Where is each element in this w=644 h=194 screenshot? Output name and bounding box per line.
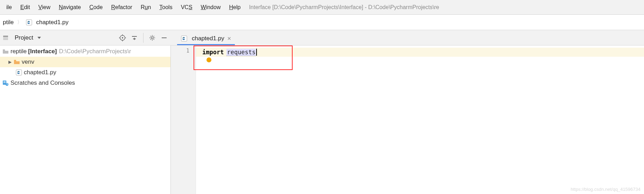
tree-root[interactable]: reptile [Interface] D:\Code\PycharmProje… bbox=[0, 46, 170, 57]
menu-edit[interactable]: Edit bbox=[16, 3, 34, 12]
code-editor[interactable]: 1 import requests bbox=[171, 46, 644, 194]
svg-point-29 bbox=[18, 71, 18, 72]
editor-tabs: chapted1.py ✕ bbox=[171, 30, 235, 45]
python-file-icon bbox=[181, 35, 188, 42]
close-icon[interactable]: ✕ bbox=[227, 36, 231, 41]
tab-label: chapted1.py bbox=[192, 35, 224, 42]
code-area[interactable]: import requests bbox=[196, 46, 644, 194]
tab-chapted1[interactable]: chapted1.py ✕ bbox=[177, 33, 235, 45]
separator bbox=[143, 33, 144, 43]
folder-icon bbox=[2, 49, 9, 54]
intention-bulb-icon[interactable] bbox=[206, 57, 211, 62]
tree-label: venv bbox=[22, 58, 34, 65]
menu-help[interactable]: Help bbox=[225, 3, 245, 12]
svg-rect-24 bbox=[181, 36, 187, 41]
tool-row: Project chapted1.py ✕ bbox=[0, 30, 644, 46]
svg-rect-27 bbox=[14, 60, 16, 61]
menubar: ile Edit View Navigate Code Refactor Run… bbox=[0, 0, 644, 15]
svg-point-25 bbox=[183, 37, 183, 38]
menu-window[interactable]: Window bbox=[197, 3, 225, 12]
svg-rect-3 bbox=[3, 37, 8, 39]
menu-code[interactable]: Code bbox=[85, 3, 107, 12]
menu-file[interactable]: ile bbox=[2, 3, 16, 12]
svg-line-19 bbox=[150, 36, 151, 36]
svg-rect-0 bbox=[26, 20, 32, 25]
tree-venv[interactable]: ▶ venv bbox=[0, 57, 170, 67]
gear-icon[interactable] bbox=[148, 33, 157, 42]
svg-rect-32 bbox=[4, 82, 6, 83]
svg-line-21 bbox=[150, 39, 151, 40]
code-line-1[interactable]: import requests bbox=[196, 48, 644, 57]
menu-tools[interactable]: Tools bbox=[155, 3, 176, 12]
project-tool-header: Project bbox=[0, 30, 171, 45]
breadcrumb-item-folder[interactable]: ptile bbox=[1, 18, 15, 27]
tree-root-qualifier: [Interface] bbox=[28, 48, 57, 55]
tree-scratches[interactable]: Scratches and Consoles bbox=[0, 78, 170, 88]
folder-open-icon bbox=[13, 60, 20, 64]
svg-line-20 bbox=[154, 39, 154, 40]
tree-label: chapted1.py bbox=[24, 69, 56, 76]
svg-rect-26 bbox=[3, 49, 5, 50]
breadcrumb-item-file[interactable]: chapted1.py bbox=[24, 18, 70, 27]
project-view-icon bbox=[2, 35, 9, 41]
svg-point-6 bbox=[122, 37, 123, 39]
intention-bulb-row bbox=[196, 57, 644, 66]
svg-line-22 bbox=[154, 36, 154, 36]
menu-view[interactable]: View bbox=[34, 3, 55, 12]
svg-rect-4 bbox=[3, 39, 8, 40]
breadcrumb: ptile 〉 chapted1.py bbox=[0, 15, 644, 30]
collapse-all-icon[interactable] bbox=[130, 33, 139, 42]
menu-refactor[interactable]: Refactor bbox=[107, 3, 136, 12]
keyword-import: import bbox=[202, 49, 224, 56]
watermark: https://blog.csdn.net/qq_41596734 bbox=[571, 187, 641, 192]
project-tree[interactable]: reptile [Interface] D:\Code\PycharmProje… bbox=[0, 46, 171, 194]
svg-rect-28 bbox=[16, 70, 22, 75]
python-file-icon bbox=[26, 19, 33, 26]
gutter: 1 bbox=[171, 46, 196, 194]
scratches-icon bbox=[2, 80, 9, 86]
breadcrumb-separator: 〉 bbox=[17, 19, 22, 26]
chevron-down-icon[interactable] bbox=[37, 37, 41, 39]
locate-icon[interactable] bbox=[118, 33, 127, 42]
svg-point-1 bbox=[28, 21, 28, 22]
tree-root-name: reptile bbox=[10, 48, 27, 55]
hide-icon[interactable] bbox=[160, 33, 169, 42]
tree-file-chapted1[interactable]: chapted1.py bbox=[0, 67, 170, 78]
window-title: Interface [D:\Code\PycharmProjects\Inter… bbox=[249, 4, 439, 11]
svg-rect-31 bbox=[4, 81, 6, 82]
text-cursor bbox=[256, 49, 257, 56]
project-label[interactable]: Project bbox=[15, 34, 33, 41]
menu-vcs[interactable]: VCS bbox=[177, 3, 197, 12]
main-split: reptile [Interface] D:\Code\PycharmProje… bbox=[0, 46, 644, 194]
svg-rect-2 bbox=[3, 36, 8, 37]
python-file-icon bbox=[15, 69, 22, 76]
tree-label: Scratches and Consoles bbox=[10, 79, 75, 86]
menu-run[interactable]: Run bbox=[136, 3, 155, 12]
line-number: 1 bbox=[171, 48, 196, 57]
module-name: requests bbox=[226, 49, 256, 56]
chevron-right-icon[interactable]: ▶ bbox=[8, 60, 13, 64]
tree-root-path: D:\Code\PycharmProjects\r bbox=[59, 48, 131, 55]
svg-point-14 bbox=[151, 37, 153, 39]
menu-navigate[interactable]: Navigate bbox=[55, 3, 85, 12]
